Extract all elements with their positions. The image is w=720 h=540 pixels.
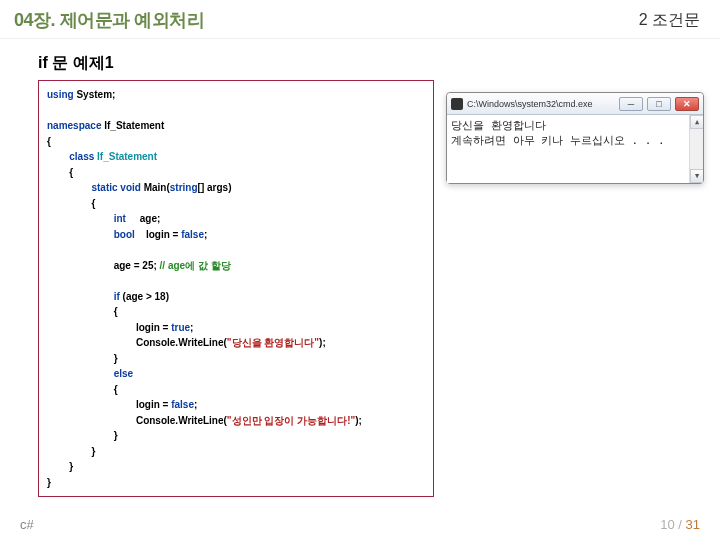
kw-bool: bool bbox=[114, 229, 135, 240]
indent bbox=[47, 446, 91, 457]
kw-class: class bbox=[69, 151, 94, 162]
indent bbox=[47, 182, 91, 193]
code-text: login = bbox=[136, 322, 171, 333]
code-text: ); bbox=[319, 337, 326, 348]
indent bbox=[47, 461, 69, 472]
example-title: if 문 예제1 bbox=[38, 53, 692, 74]
kw-int: int bbox=[114, 213, 126, 224]
indent bbox=[47, 384, 114, 395]
code-text: age; bbox=[126, 213, 160, 224]
brace: { bbox=[114, 306, 118, 317]
close-button[interactable]: ✕ bbox=[675, 97, 699, 111]
brace: { bbox=[91, 198, 95, 209]
brace: } bbox=[69, 461, 73, 472]
code-text: age = 25; bbox=[114, 260, 160, 271]
brace: { bbox=[69, 167, 73, 178]
page-sep: / bbox=[675, 517, 686, 532]
chapter-title: 04장. 제어문과 예외처리 bbox=[14, 8, 204, 32]
kw-else: else bbox=[114, 368, 133, 379]
kw-false: false bbox=[171, 399, 194, 410]
page-total: 31 bbox=[686, 517, 700, 532]
code-text: Console.WriteLine( bbox=[136, 415, 227, 426]
scroll-down-icon[interactable]: ▼ bbox=[690, 169, 703, 183]
minimize-button[interactable]: ─ bbox=[619, 97, 643, 111]
maximize-button[interactable]: □ bbox=[647, 97, 671, 111]
code-text: login = bbox=[135, 229, 181, 240]
code-text: login = bbox=[136, 399, 171, 410]
string-literal: "성인만 입장이 가능합니다!" bbox=[227, 415, 355, 426]
brace: { bbox=[47, 136, 51, 147]
indent bbox=[47, 353, 114, 364]
indent bbox=[47, 229, 114, 240]
cmd-icon bbox=[451, 98, 463, 110]
slide-header: 04장. 제어문과 예외처리 2 조건문 bbox=[0, 0, 720, 39]
comment: // age에 값 할당 bbox=[160, 260, 231, 271]
code-text: ); bbox=[355, 415, 362, 426]
footer-left: c# bbox=[20, 517, 34, 532]
indent bbox=[47, 260, 114, 271]
indent bbox=[47, 213, 114, 224]
code-text: System; bbox=[74, 89, 116, 100]
brace: } bbox=[114, 430, 118, 441]
kw-true: true bbox=[171, 322, 190, 333]
brace: { bbox=[114, 384, 118, 395]
scroll-up-icon[interactable]: ▲ bbox=[690, 115, 703, 129]
code-text: Console.WriteLine( bbox=[136, 337, 227, 348]
indent bbox=[47, 368, 114, 379]
page-number: 10 / 31 bbox=[660, 517, 700, 532]
kw-static-void: static void bbox=[91, 182, 140, 193]
page-current: 10 bbox=[660, 517, 674, 532]
window-title: C:\Windows\system32\cmd.exe bbox=[467, 99, 615, 109]
code-text: ; bbox=[194, 399, 197, 410]
brace: } bbox=[47, 477, 51, 488]
console-line: 당신을 환영합니다 bbox=[451, 119, 546, 132]
brace: } bbox=[91, 446, 95, 457]
indent bbox=[47, 399, 136, 410]
section-title: 2 조건문 bbox=[639, 10, 700, 31]
class-name: If_Statement bbox=[94, 151, 157, 162]
code-text: ; bbox=[190, 322, 193, 333]
kw-false: false bbox=[181, 229, 204, 240]
string-literal: "당신을 환영합니다" bbox=[227, 337, 319, 348]
indent bbox=[47, 198, 91, 209]
code-text: (age > 18) bbox=[120, 291, 169, 302]
console-line: 계속하려면 아무 키나 누르십시오 . . . bbox=[451, 134, 665, 147]
code-text: If_Statement bbox=[101, 120, 164, 131]
kw-using: using bbox=[47, 89, 74, 100]
code-text: [] args) bbox=[198, 182, 232, 193]
indent bbox=[47, 337, 136, 348]
indent bbox=[47, 415, 136, 426]
console-output: 당신을 환영합니다 계속하려면 아무 키나 누르십시오 . . . ▲ ▼ bbox=[447, 115, 703, 183]
indent bbox=[47, 322, 136, 333]
indent bbox=[47, 151, 69, 162]
scrollbar[interactable]: ▲ ▼ bbox=[689, 115, 703, 183]
code-text: ; bbox=[204, 229, 207, 240]
indent bbox=[47, 167, 69, 178]
kw-string: string bbox=[170, 182, 198, 193]
code-text: Main( bbox=[141, 182, 170, 193]
kw-namespace: namespace bbox=[47, 120, 101, 131]
brace: } bbox=[114, 353, 118, 364]
indent bbox=[47, 306, 114, 317]
code-block: using System; namespace If_Statement { c… bbox=[38, 80, 434, 497]
window-titlebar[interactable]: C:\Windows\system32\cmd.exe ─ □ ✕ bbox=[447, 93, 703, 115]
console-window: C:\Windows\system32\cmd.exe ─ □ ✕ 당신을 환영… bbox=[446, 92, 704, 184]
slide-footer: c# 10 / 31 bbox=[0, 517, 720, 532]
indent bbox=[47, 291, 114, 302]
indent bbox=[47, 430, 114, 441]
